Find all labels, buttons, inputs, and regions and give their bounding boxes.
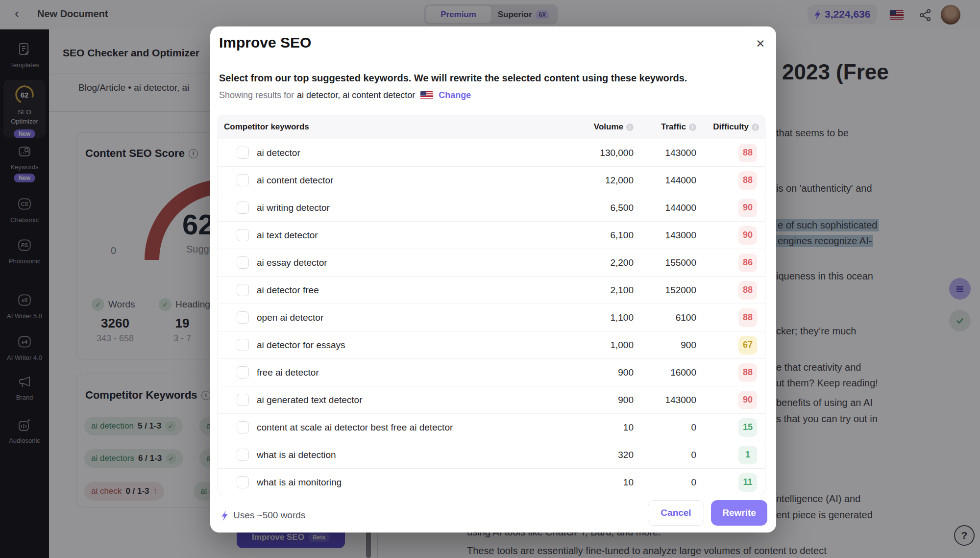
row-checkbox[interactable] <box>237 311 249 324</box>
column-header-keywords[interactable]: Competitor keywords <box>224 122 560 132</box>
row-checkbox[interactable] <box>237 202 249 214</box>
difficulty-badge: 88 <box>738 281 757 300</box>
volume-cell: 12,000 <box>560 175 634 186</box>
volume-cell: 130,000 <box>560 148 634 158</box>
difficulty-badge: 90 <box>738 226 757 245</box>
volume-cell: 900 <box>560 367 634 378</box>
traffic-cell: 144000 <box>634 203 696 213</box>
row-checkbox[interactable] <box>237 394 249 406</box>
keyword-cell: ai detector for essays <box>257 340 560 351</box>
traffic-cell: 0 <box>634 477 696 488</box>
traffic-cell: 6100 <box>634 312 696 323</box>
row-checkbox[interactable] <box>237 229 249 241</box>
traffic-cell: 144000 <box>634 175 696 186</box>
column-header-volume[interactable]: Volumei <box>560 122 634 132</box>
difficulty-badge: 67 <box>738 336 757 355</box>
modal-description: Select from our top suggested keywords. … <box>219 73 687 84</box>
change-link[interactable]: Change <box>439 90 471 101</box>
keyword-cell: ai content detector <box>257 175 560 186</box>
table-row: ai text detector6,10014300090 <box>218 221 765 249</box>
difficulty-badge: 1 <box>738 446 757 464</box>
row-checkbox[interactable] <box>237 256 249 269</box>
info-icon[interactable]: i <box>626 124 634 131</box>
table-row: ai detector free2,10015200088 <box>218 276 765 304</box>
keywords-table: Competitor keywordsVolumeiTrafficiDiffic… <box>218 115 765 495</box>
volume-cell: 320 <box>560 450 634 460</box>
keyword-cell: content at scale ai detector best free a… <box>257 422 560 433</box>
usage-note: Uses ~500 words <box>221 510 305 521</box>
table-row: ai writing detector6,50014400090 <box>218 194 765 221</box>
keyword-cell: free ai detector <box>257 367 560 378</box>
keyword-cell: ai text detector <box>257 230 560 241</box>
row-checkbox[interactable] <box>237 366 249 379</box>
table-row: what is ai detection32001 <box>218 441 765 468</box>
difficulty-badge: 88 <box>738 363 757 382</box>
keyword-cell: ai generated text detector <box>257 395 560 406</box>
traffic-cell: 0 <box>634 422 696 433</box>
table-row: ai essay detector2,20015500086 <box>218 249 765 276</box>
table-row: free ai detector9001600088 <box>218 358 765 386</box>
volume-cell: 10 <box>560 477 634 488</box>
info-icon[interactable]: i <box>752 124 759 131</box>
us-flag-icon <box>420 91 433 100</box>
traffic-cell: 900 <box>634 340 696 351</box>
traffic-cell: 143000 <box>634 148 696 158</box>
app-screen: ‹ New Document Premium Superior 6X 3,224… <box>0 0 980 558</box>
keyword-cell: ai essay detector <box>257 257 560 268</box>
table-row: ai content detector12,00014400088 <box>218 166 765 194</box>
keyword-cell: ai detector <box>257 148 560 158</box>
traffic-cell: 155000 <box>634 257 696 268</box>
row-checkbox[interactable] <box>237 449 249 461</box>
volume-cell: 900 <box>560 395 634 406</box>
difficulty-badge: 90 <box>738 199 757 217</box>
volume-cell: 6,100 <box>560 230 634 241</box>
volume-cell: 1,000 <box>560 340 634 351</box>
table-row: ai generated text detector90014300090 <box>218 386 765 413</box>
traffic-cell: 0 <box>634 450 696 460</box>
keyword-cell: open ai detector <box>257 312 560 323</box>
traffic-cell: 152000 <box>634 285 696 296</box>
bolt-icon <box>221 510 229 521</box>
info-icon[interactable]: i <box>689 124 696 131</box>
traffic-cell: 16000 <box>634 367 696 378</box>
cancel-button[interactable]: Cancel <box>648 500 704 526</box>
modal-title: Improve SEO <box>219 34 311 51</box>
table-row: ai detector for essays1,00090067 <box>218 331 765 358</box>
difficulty-badge: 88 <box>738 171 757 190</box>
row-checkbox[interactable] <box>237 421 249 433</box>
keyword-cell: what is ai detection <box>257 450 560 460</box>
row-checkbox[interactable] <box>237 339 249 351</box>
volume-cell: 10 <box>560 422 634 433</box>
table-row: open ai detector1,100610088 <box>218 304 765 331</box>
table-row: ai detector130,00014300088 <box>218 139 765 166</box>
usage-text: Uses ~500 words <box>233 510 305 521</box>
divider <box>210 63 776 63</box>
traffic-cell: 143000 <box>634 395 696 406</box>
keyword-cell: what is ai monitoring <box>257 477 560 488</box>
table-body: ai detector130,00014300088ai content det… <box>218 139 765 495</box>
keyword-cell: ai detector free <box>257 285 560 296</box>
showing-results-row: Showing results for ai detector, ai cont… <box>219 90 471 101</box>
volume-cell: 2,100 <box>560 285 634 296</box>
table-row: what is ai monitoring10011 <box>218 468 765 495</box>
volume-cell: 1,100 <box>560 312 634 323</box>
close-icon[interactable]: ✕ <box>753 36 768 51</box>
improve-seo-modal: Improve SEO ✕ Select from our top sugges… <box>210 26 776 533</box>
difficulty-badge: 15 <box>738 418 757 437</box>
rewrite-button[interactable]: Rewrite <box>711 500 767 526</box>
difficulty-badge: 88 <box>738 308 757 327</box>
row-checkbox[interactable] <box>237 174 249 186</box>
showing-prefix: Showing results for <box>219 90 294 101</box>
difficulty-badge: 86 <box>738 254 757 272</box>
table-header: Competitor keywordsVolumeiTrafficiDiffic… <box>218 115 765 139</box>
column-header-difficulty[interactable]: Difficultyi <box>696 122 765 132</box>
column-header-traffic[interactable]: Traffici <box>634 122 696 132</box>
difficulty-badge: 11 <box>738 473 757 492</box>
traffic-cell: 143000 <box>634 230 696 241</box>
keyword-cell: ai writing detector <box>257 203 560 213</box>
row-checkbox[interactable] <box>237 476 249 488</box>
row-checkbox[interactable] <box>237 284 249 296</box>
difficulty-badge: 88 <box>738 144 757 162</box>
row-checkbox[interactable] <box>237 147 249 159</box>
difficulty-badge: 90 <box>738 391 757 409</box>
